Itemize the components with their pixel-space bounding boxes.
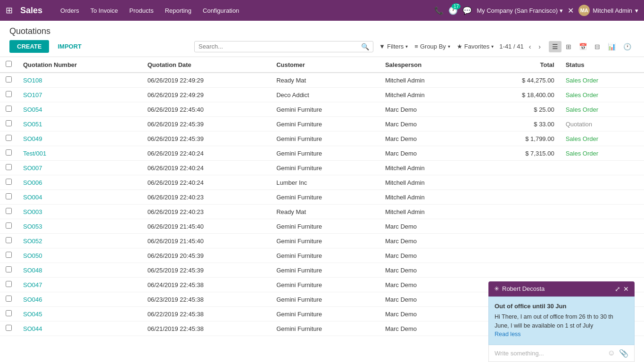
quotation-number-link[interactable]: SO045 (23, 311, 42, 318)
row-checkbox-cell[interactable] (0, 146, 17, 161)
row-checkbox[interactable] (6, 179, 12, 185)
list-view-icon[interactable]: ☰ (549, 41, 561, 52)
row-checkbox-cell[interactable] (0, 175, 17, 190)
row-checkbox-cell[interactable] (0, 292, 17, 307)
col-quotation-number[interactable]: Quotation Number (17, 57, 142, 73)
row-checkbox[interactable] (6, 281, 12, 287)
row-checkbox[interactable] (6, 237, 12, 243)
quotation-number-link[interactable]: SO003 (23, 208, 42, 215)
nav-configuration[interactable]: Configuration (198, 4, 244, 17)
row-checkbox-cell[interactable] (0, 307, 17, 321)
attach-icon[interactable]: 📎 (619, 349, 628, 358)
row-checkbox[interactable] (6, 266, 12, 272)
quotation-number-link[interactable]: SO054 (23, 106, 42, 113)
calendar-view-icon[interactable]: 📅 (576, 41, 590, 52)
nav-reporting[interactable]: Reporting (160, 4, 196, 17)
quotation-number-link[interactable]: SO050 (23, 252, 42, 259)
col-total[interactable]: Total (477, 57, 560, 73)
popup-read-less[interactable]: Read less (495, 331, 521, 337)
quotation-number-link[interactable]: SO007 (23, 165, 42, 172)
row-checkbox[interactable] (6, 310, 12, 316)
quotation-number-link[interactable]: SO044 (23, 325, 42, 332)
total-cell: $ 1,799.00 (477, 132, 560, 146)
groupby-button[interactable]: ≡ Group By ▾ (414, 43, 450, 50)
row-checkbox-cell[interactable] (0, 234, 17, 248)
row-checkbox[interactable] (6, 149, 12, 156)
chat-icon[interactable]: 💬 (462, 6, 472, 15)
row-checkbox-cell[interactable] (0, 248, 17, 263)
col-quotation-date[interactable]: Quotation Date (142, 57, 271, 73)
create-button[interactable]: CREATE (9, 40, 49, 53)
select-all-col[interactable] (0, 57, 17, 73)
quotation-number-link[interactable]: SO107 (23, 91, 42, 99)
nav-orders[interactable]: Orders (56, 4, 84, 17)
popup-expand-button[interactable]: ⤢ (615, 285, 620, 293)
quotation-number-link[interactable]: SO049 (23, 135, 42, 142)
import-button[interactable]: IMPORT (53, 40, 86, 53)
activity-view-icon[interactable]: 🕐 (620, 41, 635, 52)
quotation-number-link[interactable]: SO053 (23, 223, 42, 230)
col-salesperson[interactable]: Salesperson (380, 57, 477, 73)
quotation-number-link[interactable]: SO052 (23, 238, 42, 245)
prev-page-button[interactable]: ‹ (527, 42, 534, 51)
row-checkbox-cell[interactable] (0, 321, 17, 336)
row-checkbox[interactable] (6, 208, 12, 214)
star-icon: ★ (457, 43, 462, 50)
close-icon[interactable]: ✕ (568, 6, 574, 15)
quotation-number-link[interactable]: SO006 (23, 179, 42, 186)
row-checkbox[interactable] (6, 91, 12, 97)
emoji-icon[interactable]: ☺ (608, 349, 615, 358)
row-checkbox-cell[interactable] (0, 278, 17, 292)
quotation-number-link[interactable]: SO108 (23, 77, 42, 84)
row-checkbox[interactable] (6, 164, 12, 170)
filter-group: ▼ Filters ▾ ≡ Group By ▾ ★ Favorites ▾ (379, 43, 494, 50)
search-input[interactable] (198, 43, 361, 50)
col-customer[interactable]: Customer (271, 57, 380, 73)
customer-cell: Gemini Furniture (271, 248, 380, 263)
row-checkbox-cell[interactable] (0, 263, 17, 278)
quotation-number-link[interactable]: SO047 (23, 281, 42, 288)
kanban-view-icon[interactable]: ⊞ (562, 41, 575, 52)
quotation-number-link[interactable]: SO046 (23, 296, 42, 303)
row-checkbox-cell[interactable] (0, 190, 17, 205)
quotation-number-link[interactable]: SO048 (23, 267, 42, 274)
phone-icon[interactable]: 📞 (434, 6, 444, 15)
user-menu[interactable]: MA Mitchell Admin ▾ (578, 5, 638, 16)
row-checkbox-cell[interactable] (0, 102, 17, 117)
filters-button[interactable]: ▼ Filters ▾ (379, 43, 408, 50)
grid-icon[interactable]: ⊞ (6, 5, 13, 16)
pivot-view-icon[interactable]: ⊟ (591, 41, 603, 52)
row-checkbox-cell[interactable] (0, 117, 17, 132)
next-page-button[interactable]: › (536, 42, 543, 51)
row-checkbox[interactable] (6, 135, 12, 141)
row-checkbox[interactable] (6, 106, 12, 112)
graph-view-icon[interactable]: 📊 (604, 41, 619, 52)
col-status[interactable]: Status (560, 57, 644, 73)
company-selector[interactable]: My Company (San Francisco) ▾ (477, 7, 563, 14)
row-checkbox[interactable] (6, 252, 12, 258)
row-checkbox[interactable] (6, 296, 12, 302)
nav-to-invoice[interactable]: To Invoice (86, 4, 123, 17)
quotation-number-link[interactable]: SO004 (23, 194, 42, 201)
row-checkbox-cell[interactable] (0, 132, 17, 146)
row-checkbox[interactable] (6, 325, 12, 331)
select-all-checkbox[interactable] (6, 61, 12, 67)
row-checkbox-cell[interactable] (0, 88, 17, 102)
row-checkbox[interactable] (6, 193, 12, 199)
salesperson-cell: Mitchell Admin (380, 190, 477, 205)
row-checkbox-cell[interactable] (0, 205, 17, 219)
nav-products[interactable]: Products (124, 4, 158, 17)
popup-close-button[interactable]: ✕ (623, 285, 629, 293)
row-checkbox[interactable] (6, 120, 12, 126)
favorites-button[interactable]: ★ Favorites ▾ (457, 43, 494, 50)
quotation-number-link[interactable]: SO051 (23, 121, 42, 128)
customer-cell: Gemini Furniture (271, 219, 380, 234)
popup-write-placeholder[interactable]: Write something... (495, 350, 608, 357)
status-badge: Sales Order (566, 91, 598, 99)
quotation-number-link[interactable]: Test/001 (23, 150, 46, 157)
row-checkbox[interactable] (6, 76, 12, 82)
row-checkbox-cell[interactable] (0, 219, 17, 234)
row-checkbox[interactable] (6, 222, 12, 229)
row-checkbox-cell[interactable] (0, 73, 17, 88)
row-checkbox-cell[interactable] (0, 161, 17, 175)
